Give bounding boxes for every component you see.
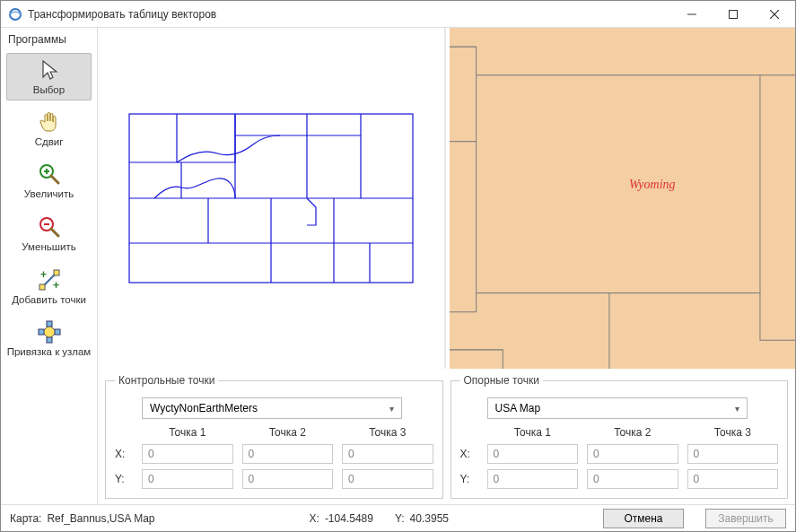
cp-x1-input[interactable] xyxy=(142,444,233,464)
tool-label: Добавить точки xyxy=(12,294,86,306)
finish-button[interactable]: Завершить xyxy=(705,509,786,528)
window-title: Трансформировать таблицу векторов xyxy=(28,8,671,21)
rp-y2-input[interactable] xyxy=(587,469,678,489)
x-axis-label: X: xyxy=(115,448,133,460)
rp-y3-input[interactable] xyxy=(687,469,779,489)
control-points-panel: Контрольные точки WyctyNonEarthMeters ▾ … xyxy=(105,374,443,499)
tool-zoom-out[interactable]: Уменьшить xyxy=(4,209,93,258)
reference-layer-select[interactable]: USA Map ▾ xyxy=(487,397,748,419)
cancel-button[interactable]: Отмена xyxy=(603,509,684,528)
cursor-icon xyxy=(37,57,62,83)
add-points-icon: ++ xyxy=(37,267,62,292)
tool-zoom-in[interactable]: Увеличить xyxy=(4,156,93,205)
status-map-value: Ref_Bannus,USA Map xyxy=(47,512,154,525)
rp-x1-input[interactable] xyxy=(487,444,579,464)
tool-label: Привязка к узлам xyxy=(7,346,92,358)
svg-rect-13 xyxy=(39,284,45,290)
tool-pan[interactable]: Сдвиг xyxy=(4,104,93,153)
cp-y2-input[interactable] xyxy=(242,469,334,489)
select-value: WyctyNonEarthMeters xyxy=(150,402,258,414)
select-value: USA Map xyxy=(495,402,541,414)
close-button[interactable] xyxy=(754,1,795,28)
chevron-down-icon: ▾ xyxy=(389,404,394,414)
control-layer-select[interactable]: WyctyNonEarthMeters ▾ xyxy=(142,397,402,419)
hand-icon xyxy=(37,109,62,135)
status-y-value: 40.3955 xyxy=(410,512,449,525)
svg-rect-22 xyxy=(476,75,759,293)
cp-y3-input[interactable] xyxy=(342,469,433,489)
col-header: Точка 1 xyxy=(487,426,579,439)
col-header: Точка 3 xyxy=(687,426,779,439)
tool-label: Выбор xyxy=(33,84,65,96)
svg-point-0 xyxy=(10,9,21,20)
svg-rect-19 xyxy=(39,329,44,335)
titlebar: Трансформировать таблицу векторов xyxy=(1,1,795,28)
svg-rect-17 xyxy=(47,321,52,327)
rp-y1-input[interactable] xyxy=(487,469,579,489)
maximize-button[interactable] xyxy=(713,1,754,28)
rp-x2-input[interactable] xyxy=(587,444,678,464)
sidebar-header: Программы xyxy=(1,28,97,51)
region-label: Wyoming xyxy=(629,178,676,192)
tool-label: Уменьшить xyxy=(22,241,75,253)
y-axis-label: Y: xyxy=(460,473,478,485)
col-header: Точка 1 xyxy=(142,426,233,439)
chevron-down-icon: ▾ xyxy=(735,404,739,414)
col-header: Точка 3 xyxy=(342,426,433,439)
y-axis-label: Y: xyxy=(115,473,133,485)
svg-line-10 xyxy=(51,229,58,236)
status-x-label: X: xyxy=(310,512,319,525)
reference-points-panel: Опорные точки USA Map ▾ Точка 1 Точка 2 … xyxy=(450,374,789,499)
rp-x3-input[interactable] xyxy=(687,444,779,464)
svg-rect-2 xyxy=(730,10,738,18)
tool-select[interactable]: Выбор xyxy=(6,53,92,100)
cp-x2-input[interactable] xyxy=(242,444,334,464)
col-header: Точка 2 xyxy=(587,426,678,439)
status-map-label: Карта: xyxy=(10,512,41,525)
minimize-button[interactable] xyxy=(671,1,713,28)
source-map-view[interactable] xyxy=(98,28,446,369)
x-axis-label: X: xyxy=(460,448,478,460)
reference-points-legend: Опорные точки xyxy=(460,374,543,387)
zoom-out-icon xyxy=(37,214,62,240)
reference-map-svg xyxy=(450,28,796,369)
snap-icon xyxy=(37,319,62,344)
tool-snap-nodes[interactable]: Привязка к узлам xyxy=(4,314,93,363)
svg-rect-14 xyxy=(54,270,59,275)
status-bar: Карта: Ref_Bannus,USA Map X: -104.5489 Y… xyxy=(1,504,795,531)
svg-rect-18 xyxy=(47,337,52,343)
control-points-legend: Контрольные точки xyxy=(115,374,218,387)
reference-map-view[interactable]: Wyoming xyxy=(450,28,796,369)
svg-line-6 xyxy=(51,176,58,183)
tool-add-points[interactable]: ++ Добавить точки xyxy=(4,262,93,311)
status-y-label: Y: xyxy=(395,512,405,525)
vector-preview xyxy=(127,109,415,288)
status-x-value: -104.5489 xyxy=(325,512,373,525)
col-header: Точка 2 xyxy=(242,426,334,439)
tool-label: Увеличить xyxy=(24,188,74,200)
tool-label: Сдвиг xyxy=(35,136,64,148)
cp-x3-input[interactable] xyxy=(342,444,433,464)
svg-rect-20 xyxy=(55,329,60,335)
app-icon xyxy=(8,7,22,22)
zoom-in-icon xyxy=(37,161,62,187)
tool-sidebar: Программы Выбор Сдвиг Увеличить Уменьшит… xyxy=(1,28,98,504)
svg-text:+: + xyxy=(53,279,59,292)
cp-y1-input[interactable] xyxy=(142,469,233,489)
svg-text:+: + xyxy=(40,268,47,281)
